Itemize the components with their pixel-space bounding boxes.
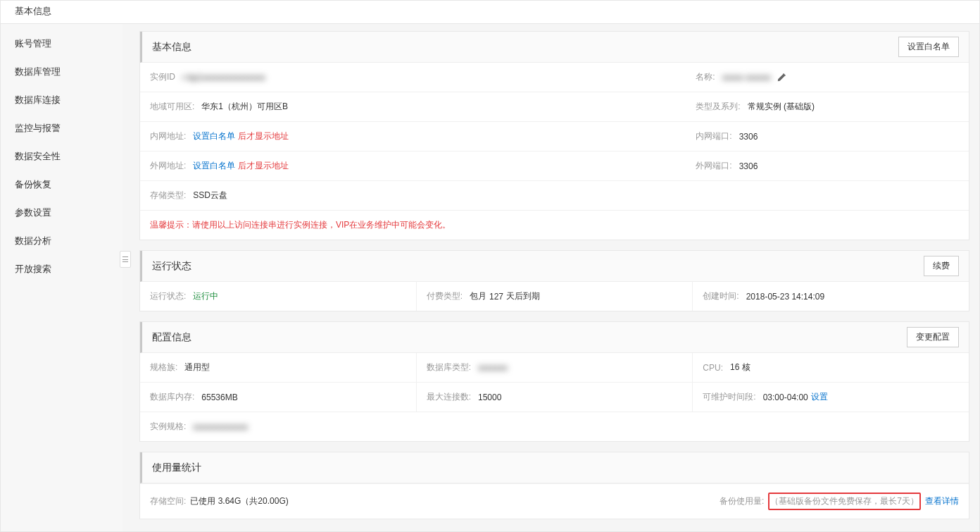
storage-type-value: SSD云盘	[193, 190, 227, 202]
name-label: 名称:	[696, 71, 715, 83]
inner-port-label: 内网端口:	[696, 130, 731, 142]
sidebar-item-data-security[interactable]: 数据安全性	[1, 142, 122, 171]
status-label: 运行状态:	[150, 290, 186, 302]
outer-port-label: 外网端口:	[696, 160, 731, 172]
backup-detail-link[interactable]: 查看详情	[925, 495, 959, 507]
tab-basic-info[interactable]: 基本信息	[1, 1, 65, 23]
sidebar-item-database[interactable]: 数据库管理	[1, 58, 122, 86]
type-value: 常规实例 (基础版)	[748, 101, 815, 113]
storage-value: 已使用 3.64G（共20.00G)	[190, 495, 288, 507]
storage-type-label: 存储类型:	[150, 190, 186, 202]
sidebar: 账号管理 数据库管理 数据库连接 监控与报警 数据安全性 备份恢复 参数设置 数…	[1, 24, 122, 531]
db-type-label: 数据库类型:	[427, 361, 471, 373]
sidebar-item-data-analysis[interactable]: 数据分析	[1, 227, 122, 255]
main-content: 基本信息 设置白名单 实例ID r-bp1xxxxxxxxxxxxxxx 名称:…	[122, 24, 979, 532]
family-value: 通用型	[184, 361, 210, 373]
sidebar-item-account[interactable]: 账号管理	[1, 30, 122, 58]
max-conn-value: 15000	[478, 392, 501, 402]
backup-note: （基础版备份文件免费保存，最长7天）	[770, 496, 919, 506]
billing-suffix: 天后到期	[506, 290, 540, 302]
maintain-label: 可维护时间段:	[703, 391, 755, 403]
maintain-value: 03:00-04:00	[763, 392, 808, 402]
sidebar-item-param-settings[interactable]: 参数设置	[1, 199, 122, 227]
cpu-label: CPU:	[703, 363, 723, 373]
created-label: 创建时间:	[703, 290, 739, 302]
db-type-value: xxxxxxx	[478, 363, 508, 373]
max-conn-label: 最大连接数:	[427, 391, 471, 403]
change-config-button[interactable]: 变更配置	[907, 327, 959, 347]
inner-addr-set-whitelist-link[interactable]: 设置白名单	[193, 130, 235, 142]
billing-days: 127	[489, 292, 503, 302]
inner-port-value: 3306	[739, 132, 758, 142]
mem-value: 65536MB	[201, 392, 237, 402]
mem-label: 数据库内存:	[150, 391, 194, 403]
panel-config-title: 配置信息	[152, 331, 191, 344]
edit-name-icon[interactable]	[777, 73, 786, 82]
outer-addr-note: 后才显示地址	[238, 160, 289, 172]
panel-config: 配置信息 变更配置 规格族: 通用型 数据库类型: xxxxxxx C	[139, 321, 969, 442]
backup-note-highlight: （基础版备份文件免费保存，最长7天）	[768, 493, 921, 510]
collapse-icon: ☰	[122, 255, 129, 264]
sidebar-item-monitor-alert[interactable]: 监控与报警	[1, 114, 122, 142]
billing-label: 付费类型:	[427, 290, 463, 302]
top-tab-bar: 基本信息	[1, 1, 979, 24]
panel-status-title: 运行状态	[152, 260, 191, 273]
inner-addr-note: 后才显示地址	[238, 130, 289, 142]
outer-addr-set-whitelist-link[interactable]: 设置白名单	[193, 160, 235, 172]
type-label: 类型及系列:	[696, 101, 740, 113]
renew-button[interactable]: 续费	[924, 256, 959, 276]
instance-id-label: 实例ID	[150, 71, 175, 83]
panel-status: 运行状态 续费 运行状态: 运行中 付费类型: 包月 127 天后到期	[139, 250, 969, 311]
backup-label: 备份使用量:	[720, 495, 764, 507]
set-whitelist-button[interactable]: 设置白名单	[898, 37, 959, 57]
name-value: xxxxx xxxxxx	[722, 73, 771, 82]
panel-basic-info: 基本信息 设置白名单 实例ID r-bp1xxxxxxxxxxxxxxx 名称:…	[139, 31, 969, 240]
cpu-value: 16 核	[730, 361, 750, 373]
family-label: 规格族:	[150, 361, 177, 373]
sidebar-collapse-handle[interactable]: ☰	[120, 251, 131, 268]
spec-value: xxxxxxxxxxxxx	[193, 422, 248, 432]
sidebar-item-backup-restore[interactable]: 备份恢复	[1, 171, 122, 199]
outer-addr-label: 外网地址:	[150, 160, 186, 172]
outer-port-value: 3306	[739, 161, 758, 171]
panel-usage-title: 使用量统计	[152, 462, 201, 474]
panel-usage: 使用量统计 存储空间: 已使用 3.64G（共20.00G) 备份使用量: （基…	[139, 452, 969, 519]
created-value: 2018-05-23 14:14:09	[746, 292, 824, 302]
sidebar-item-open-search[interactable]: 开放搜索	[1, 255, 122, 283]
storage-label: 存储空间:	[150, 495, 186, 507]
sidebar-item-db-connection[interactable]: 数据库连接	[1, 86, 122, 114]
inner-addr-label: 内网地址:	[150, 130, 186, 142]
region-value: 华东1（杭州）可用区B	[201, 101, 288, 113]
spec-label: 实例规格:	[150, 421, 186, 433]
billing-prefix: 包月	[470, 290, 486, 302]
status-value: 运行中	[193, 290, 218, 302]
basic-warning-text: 温馨提示：请使用以上访问连接串进行实例连接，VIP在业务维护中可能会变化。	[140, 211, 969, 240]
instance-id-value: r-bp1xxxxxxxxxxxxxxx	[182, 73, 265, 82]
maintain-set-link[interactable]: 设置	[811, 391, 828, 403]
region-label: 地域可用区:	[150, 101, 194, 113]
panel-basic-info-title: 基本信息	[152, 41, 191, 54]
